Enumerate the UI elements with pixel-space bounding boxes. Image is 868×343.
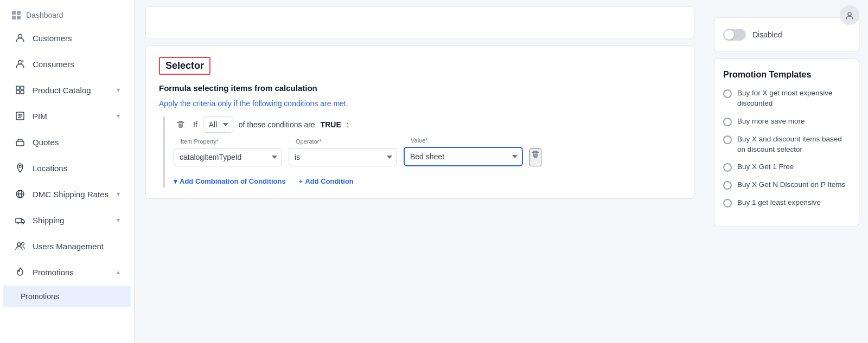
chevron-promotions-icon: ▴ [117, 268, 120, 276]
sidebar-label-pim: PIM [33, 112, 47, 121]
svg-rect-0 [12, 11, 16, 15]
add-combination-button[interactable]: ▾ Add Combination of Conditions [174, 175, 286, 187]
conditions-text-link[interactable]: following conditions are met [252, 99, 346, 108]
disabled-card: Disabled [714, 17, 859, 52]
template-item-3[interactable]: Buy X Get 1 Free [723, 162, 850, 172]
templates-card: Promotion Templates Buy for X get most e… [714, 59, 859, 227]
dashboard-label: Dashboard [26, 11, 63, 20]
sidebar-item-pim[interactable]: PIM ▾ [3, 103, 131, 128]
pim-icon [14, 110, 26, 122]
sidebar-label-locations: Locations [33, 164, 67, 173]
radio-t6[interactable] [723, 199, 732, 208]
svg-rect-8 [16, 90, 20, 94]
top-card [145, 7, 694, 39]
dashboard-header: Dashboard [0, 4, 134, 25]
svg-point-17 [22, 223, 24, 224]
template-label-5: Buy 1 get least expensive [737, 198, 821, 208]
template-item-4[interactable]: Buy X Get N Discount on P Items [723, 180, 850, 190]
action-row: ▾ Add Combination of Conditions + Add Co… [174, 175, 681, 187]
trash-row-icon [531, 150, 540, 159]
add-condition-button[interactable]: + Add Condition [299, 175, 354, 187]
delete-condition-set-button[interactable] [174, 118, 188, 132]
sidebar-label-users-management: Users Management [33, 242, 104, 251]
sidebar-item-dmc-shipping[interactable]: DMC Shipping Rates ▾ [3, 182, 131, 206]
radio-t2[interactable] [723, 118, 732, 126]
svg-point-18 [17, 243, 21, 246]
operator-label: Operator* [294, 138, 323, 145]
template-item-0[interactable]: Buy for X get most expensive discounted [723, 88, 850, 109]
sidebar-item-locations[interactable]: Locations [3, 156, 131, 180]
if-label: If [193, 120, 197, 129]
svg-point-16 [17, 223, 19, 224]
sidebar-item-quotes[interactable]: Quotes [3, 130, 131, 154]
sidebar-item-product-catalog[interactable]: Product Catalog ▾ [3, 77, 131, 102]
sidebar-label-consumers: Consumers [33, 60, 74, 69]
true-label: TRUE [321, 120, 341, 129]
svg-rect-1 [17, 11, 21, 15]
sidebar-label-promotions: Promotions [33, 268, 74, 277]
avatar-button[interactable] [840, 5, 859, 25]
selector-card: Selector Formula selecting items from ca… [145, 46, 694, 199]
value-value: Bed sheet [410, 152, 444, 161]
item-property-label: Item Property* [179, 138, 220, 145]
property-row: Item Property* catalogItemTypeId Operato… [174, 141, 681, 166]
template-item-2[interactable]: Buy X and discount items based on discou… [723, 134, 850, 155]
item-property-group: Item Property* catalogItemTypeId [174, 143, 282, 166]
consumer-icon [14, 58, 26, 70]
svg-rect-3 [17, 16, 21, 20]
arrow-icon: ▾ [174, 177, 177, 185]
radio-t1[interactable] [723, 89, 732, 98]
chevron-pim-icon: ▾ [117, 112, 120, 120]
template-item-1[interactable]: Buy more save more [723, 117, 850, 127]
item-property-value: catalogItemTypeId [180, 153, 241, 161]
plus-icon: + [299, 177, 303, 185]
selector-title: Selector [159, 57, 210, 75]
quotes-icon [14, 136, 26, 148]
operator-select[interactable]: is [289, 148, 397, 166]
conditions-text-prefix: Apply the criteria only if the [159, 99, 252, 108]
add-condition-label: Add Condition [305, 177, 354, 185]
radio-t3[interactable] [723, 135, 732, 144]
conditions-text-suffix: . [346, 99, 348, 108]
disabled-label: Disabled [752, 30, 782, 39]
sidebar-item-users-management[interactable]: Users Management [3, 234, 131, 258]
globe-icon [14, 188, 26, 200]
colon-label: : [347, 120, 349, 129]
sidebar-label-customers: Customers [33, 34, 72, 43]
dashboard-icon [11, 10, 22, 21]
delete-property-button[interactable] [529, 148, 541, 166]
templates-title: Promotion Templates [723, 70, 850, 80]
operator-group: Operator* is [289, 143, 397, 166]
add-combination-label: Add Combination of Conditions [180, 177, 286, 185]
svg-rect-10 [21, 90, 24, 94]
fire-icon [14, 266, 26, 278]
disabled-toggle[interactable] [723, 29, 746, 41]
sidebar-item-customers[interactable]: Customers [3, 25, 131, 50]
svg-rect-15 [16, 218, 22, 223]
sidebar-item-consumers[interactable]: Consumers [3, 51, 131, 76]
all-select[interactable]: All [203, 117, 233, 133]
users-icon [14, 240, 26, 252]
if-row: If All of these conditions are TRUE : [174, 117, 681, 133]
svg-rect-2 [12, 16, 16, 20]
sidebar-item-shipping[interactable]: Shipping ▾ [3, 208, 131, 232]
user-icon [14, 32, 26, 44]
item-property-select[interactable]: catalogItemTypeId [174, 148, 282, 166]
sidebar-label-product-catalog: Product Catalog [33, 86, 91, 95]
chevron-shipping-icon: ▾ [117, 216, 120, 224]
template-item-5[interactable]: Buy 1 get least expensive [723, 198, 850, 208]
sidebar: Dashboard Customers Consumers Product Ca… [0, 0, 135, 343]
svg-rect-7 [16, 86, 20, 89]
main-content: Selector Formula selecting items from ca… [135, 0, 705, 343]
template-label-0: Buy for X get most expensive discounted [737, 88, 850, 109]
svg-point-13 [19, 165, 21, 167]
radio-t4[interactable] [723, 163, 732, 172]
trash-icon [176, 120, 186, 130]
radio-t5[interactable] [723, 181, 732, 190]
value-select[interactable]: Bed sheet [404, 147, 523, 166]
template-label-1: Buy more save more [737, 117, 805, 127]
template-label-3: Buy X Get 1 Free [737, 162, 794, 172]
sidebar-item-promotions-sub[interactable]: Promotions [3, 286, 131, 307]
template-label-4: Buy X Get N Discount on P Items [737, 180, 845, 190]
sidebar-item-promotions[interactable]: Promotions ▴ [3, 260, 131, 284]
